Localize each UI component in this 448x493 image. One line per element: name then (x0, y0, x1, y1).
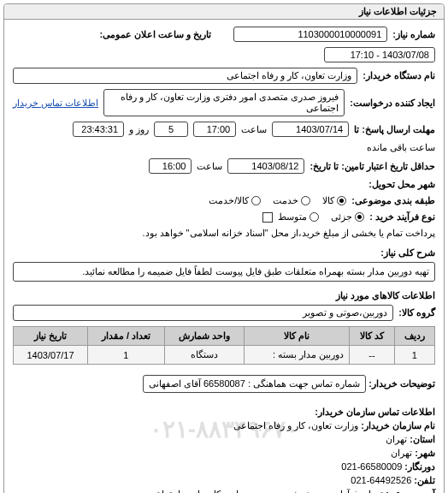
contact-fax-line: دورنگار: 66580009-021 (13, 461, 435, 472)
contact-city-line: شهر: تهران (13, 448, 435, 459)
classification-radios: کالا خدمت کالا/خدمت (209, 195, 346, 206)
need-no-label: شماره نیاز: (392, 29, 435, 40)
goods-group-label: گروه کالا: (398, 307, 435, 318)
goods-group-value: دوربین،صوتی و تصویر (13, 305, 393, 321)
radio-dot-icon (355, 212, 364, 222)
contact-org: وزارت تعاون، کار و رفاه اجتماعی (233, 420, 358, 431)
row-need-no: شماره نیاز: 1103000010000091 تاریخ و ساع… (13, 27, 435, 62)
contact-province-line: استان: تهران (13, 434, 435, 445)
announce-value: 1403/07/08 - 17:10 (324, 47, 435, 62)
radio-dot-icon (301, 196, 310, 205)
cell-code: -- (350, 346, 395, 365)
cell-row: 1 (394, 346, 434, 365)
radio-motvaset[interactable]: متوسط (278, 211, 319, 223)
contact-province-label: استان: (410, 434, 435, 444)
buyer-notes-text: شماره تماس جهت هماهنگی : 66580087 آقای ا… (143, 375, 366, 393)
radio-kala-khadmat-label: کالا/خدمت (209, 195, 249, 206)
row-classification: طبقه بندی موضوعی: کالا خدمت کالا/خدمت (13, 195, 435, 206)
radio-motvaset-label: متوسط (278, 211, 307, 223)
th-date: تاریخ نیاز (14, 327, 88, 346)
table-row: 1 -- دوربین مدار بسته : دستگاه 1 1403/07… (14, 346, 435, 365)
buyer-contact-link[interactable]: اطلاعات تماس خریدار (13, 98, 98, 109)
radio-kala-khadmat[interactable]: کالا/خدمت (209, 195, 261, 206)
th-unit: واحد شمارش (164, 327, 244, 346)
treasury-checkbox[interactable] (262, 212, 273, 223)
cell-qty: 1 (88, 346, 165, 365)
contact-section-title: اطلاعات تماس سازمان خریدار: (13, 407, 435, 418)
contact-city-label: شهر: (415, 448, 435, 458)
goods-table: ردیف کد کالا نام کالا واحد شمارش تعداد /… (13, 326, 435, 365)
contact-province: تهران (386, 434, 407, 444)
need-desc-label: شرح کلی نیاز: (13, 247, 435, 258)
row-goods-group: گروه کالا: دوربین،صوتی و تصویر (13, 305, 435, 321)
cell-date: 1403/07/17 (14, 346, 88, 365)
delivery-city-label: شهر محل تحویل: (368, 179, 435, 190)
contact-org-label: نام سازمان خریدار: (361, 420, 435, 431)
contact-phone: 64492526-021 (351, 475, 411, 485)
radio-dot-icon (337, 196, 346, 205)
contact-city: تهران (391, 448, 412, 458)
cell-unit: دستگاه (164, 346, 244, 365)
contact-phone-line: تلفن: 64492526-021 (13, 475, 435, 486)
th-code: کد کالا (350, 327, 395, 346)
radio-jozi[interactable]: جزئی (331, 211, 364, 223)
remain-suffix: ساعت باقی مانده (367, 142, 435, 153)
radio-khadmat[interactable]: خدمت (273, 195, 310, 206)
process-label: نوع فرآیند خرید : (369, 211, 435, 223)
buyer-org-label: نام دستگاه خریدار: (363, 70, 435, 81)
goods-section-title: اطلاعات کالاهای مورد نیاز (13, 290, 435, 301)
radio-kala[interactable]: کالا (322, 195, 346, 206)
remain-days-label: روز و (129, 124, 149, 135)
row-delivery-city: شهر محل تحویل: (13, 179, 435, 190)
need-details-panel: جزئیات اطلاعات نیاز شماره نیاز: 11030000… (3, 3, 445, 493)
row-validity: حداقل تاریخ اعتبار تامین: تا تاریخ: 1403… (13, 158, 435, 174)
validity-time: 16:00 (149, 158, 192, 174)
requester-label: ایجاد کننده درخواست: (350, 98, 435, 109)
th-qty: تعداد / مقدار (88, 327, 165, 346)
reply-date: 1403/07/14 (272, 122, 349, 137)
radio-dot-icon (309, 212, 319, 222)
contact-fax-label: دورنگار: (404, 461, 435, 472)
requester-value: فیروز صدری متصدی امور دفتری وزارت تعاون،… (103, 89, 345, 116)
remain-days: 5 (154, 122, 188, 137)
radio-kala-label: کالا (322, 195, 334, 206)
radio-dot-icon (251, 196, 261, 205)
table-header-row: ردیف کد کالا نام کالا واحد شمارش تعداد /… (14, 327, 435, 346)
row-reply-deadline: مهلت ارسال پاسخ: تا 1403/07/14 ساعت 17:0… (13, 122, 435, 153)
reply-time: 17:00 (193, 122, 236, 137)
buyer-notes-row: توضیحات خریدار: شماره تماس جهت هماهنگی :… (13, 370, 435, 393)
row-process: نوع فرآیند خرید : جزئی متوسط پرداخت تمام… (13, 211, 435, 239)
classification-label: طبقه بندی موضوعی: (351, 195, 435, 206)
validity-time-label: ساعت (197, 161, 222, 172)
th-row: ردیف (394, 327, 434, 346)
contact-address-label: آدرس پستی: (386, 489, 435, 493)
contact-address-line: آدرس پستی: تهران-خ آزادی-بین خوش و بهبود… (13, 489, 435, 493)
contact-section: ۰۲۱-۸۸۳۴۹۶۷۰ اطلاعات تماس سازمان خریدار:… (13, 403, 435, 493)
contact-address: تهران-خ آزادی-بین خوش و بهبودی- وزارت کا… (148, 489, 384, 493)
remain-time: 23:43:31 (73, 122, 124, 137)
need-no-value: 1103000010000091 (233, 27, 387, 42)
reply-deadline-label: مهلت ارسال پاسخ: تا (354, 124, 435, 135)
contact-phone-label: تلفن: (414, 475, 435, 485)
validity-label: حداقل تاریخ اعتبار تامین: تا تاریخ: (309, 161, 435, 172)
validity-date: 1403/08/12 (227, 158, 304, 174)
buyer-org-value: وزارت تعاون، کار و رفاه اجتماعی (13, 68, 357, 84)
announce-label: تاریخ و ساعت اعلان عمومی: (99, 29, 211, 40)
contact-org-line: نام سازمان خریدار: وزارت تعاون، کار و رف… (13, 420, 435, 431)
panel-title: جزئیات اطلاعات نیاز (4, 4, 444, 20)
th-name: نام کالا (245, 327, 350, 346)
buyer-notes-label: توضیحات خریدار: (368, 378, 435, 389)
need-desc-text: تهیه دوربین مدار بسته بهمراه متعلقات طبق… (13, 262, 435, 282)
process-radios: جزئی متوسط (278, 211, 364, 223)
reply-time-label: ساعت (241, 124, 267, 135)
radio-jozi-label: جزئی (331, 211, 352, 223)
contact-fax: 66580009-021 (341, 461, 402, 472)
row-requester: ایجاد کننده درخواست: فیروز صدری متصدی ام… (13, 89, 435, 116)
process-note: پرداخت تمام یا بخشی از مبلغ خرید،از محل … (142, 228, 435, 239)
radio-khadmat-label: خدمت (273, 195, 298, 206)
cell-name: دوربین مدار بسته : (245, 346, 350, 365)
row-buyer-org: نام دستگاه خریدار: وزارت تعاون، کار و رف… (13, 68, 435, 84)
